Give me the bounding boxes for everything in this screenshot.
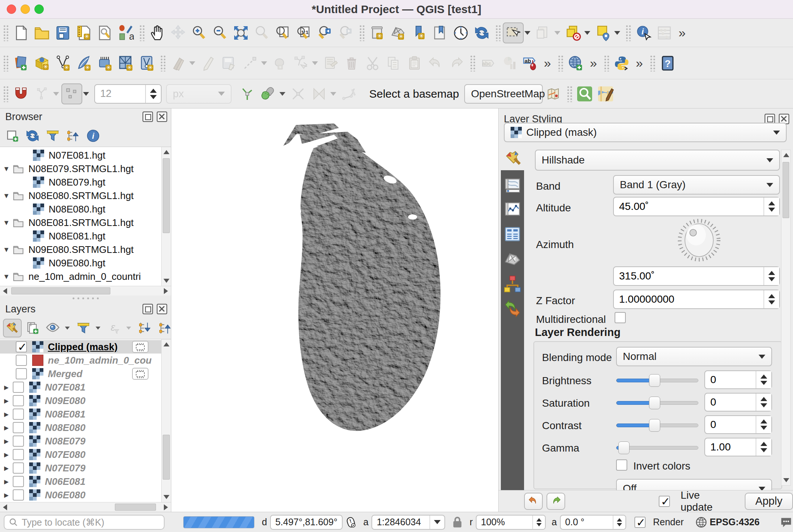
save-layer-edits-button[interactable]	[218, 53, 239, 74]
toolbar-drag-handle[interactable]	[558, 55, 564, 71]
temporal-controller-button[interactable]	[450, 22, 471, 43]
redo-button[interactable]	[446, 53, 467, 74]
expander-icon[interactable]: ▸	[0, 490, 13, 500]
modify-attributes-button[interactable]	[320, 53, 341, 74]
new-shapefile-layer-button[interactable]: ✳	[52, 53, 73, 74]
blending-mode-combo[interactable]: Normal	[616, 347, 772, 366]
azimuth-value[interactable]: 315.00˚	[614, 270, 763, 282]
crs-status[interactable]: EPSG:4326	[710, 517, 759, 528]
layers-horizontal-scrollbar[interactable]	[0, 502, 171, 512]
layer-row[interactable]: ▸N09E080	[0, 394, 161, 407]
layer-row[interactable]: ▸N08E080	[0, 421, 161, 434]
map-canvas[interactable]	[171, 108, 498, 512]
expander-icon[interactable]: ▾	[0, 272, 13, 281]
filter-legend-button[interactable]	[74, 319, 93, 337]
layer-visibility-checkbox[interactable]	[13, 462, 24, 474]
coordinate-field[interactable]: 5.497°,81.609°	[270, 515, 343, 530]
move-feature-button[interactable]: ✳	[269, 53, 290, 74]
expander-icon[interactable]: ▸	[0, 436, 13, 446]
layer-row[interactable]: ne_10m_admin_0_cou	[0, 354, 161, 367]
contrast-arrows[interactable]	[756, 416, 771, 433]
layer-visibility-checkbox[interactable]	[16, 368, 27, 379]
layer-row[interactable]: ▸N06E080	[0, 488, 161, 502]
browser-horizontal-scrollbar[interactable]	[0, 286, 171, 296]
layer-visibility-checkbox[interactable]	[13, 476, 24, 487]
new-map-view-button[interactable]: ✳	[367, 22, 388, 43]
zoom-in-button[interactable]	[189, 22, 209, 43]
browser-item[interactable]: ▾N08E080.SRTMGL1.hgt	[0, 189, 161, 202]
expand-all-button[interactable]	[135, 319, 154, 337]
snapping-tolerance-spinbox[interactable]: 12	[94, 84, 162, 104]
paste-features-button[interactable]	[404, 53, 425, 74]
new-mesh-layer-button[interactable]: ✳	[94, 53, 115, 74]
saturation-arrows[interactable]	[756, 394, 771, 411]
python-console-button[interactable]	[611, 53, 632, 74]
snapping-options-dropdown[interactable]	[53, 92, 59, 96]
avoid-overlap-dropdown[interactable]	[279, 92, 285, 96]
toolbar-drag-handle[interactable]	[567, 86, 573, 102]
layer-visibility-checkbox[interactable]	[13, 382, 24, 393]
saturation-spinbox[interactable]: 0	[704, 393, 772, 412]
altitude-spinbox[interactable]: 45.00˚	[613, 197, 780, 216]
current-edits-button[interactable]	[168, 53, 189, 74]
snapping-units-combo[interactable]: px	[166, 84, 232, 104]
toolbar-drag-handle[interactable]	[3, 55, 9, 71]
layer-visibility-checkbox[interactable]	[13, 435, 24, 447]
select-features-button[interactable]	[503, 22, 524, 43]
zfactor-arrows[interactable]	[763, 290, 779, 308]
new-grid-layer-button[interactable]: ✳	[115, 53, 136, 74]
filter-legend-dropdown[interactable]	[96, 327, 101, 330]
manage-visibility-button[interactable]	[43, 319, 62, 337]
mouse-position-toggle-icon[interactable]: !	[345, 516, 358, 529]
rotation-spinbox[interactable]: 0.0 °	[560, 515, 626, 530]
layers-float-button[interactable]	[143, 304, 153, 314]
altitude-arrows[interactable]	[763, 198, 779, 215]
toggle-editing-button[interactable]	[198, 53, 218, 74]
contrast-slider[interactable]	[616, 424, 698, 427]
basemap-combo[interactable]: OpenStreetMap	[464, 84, 543, 104]
toolbar-drag-handle[interactable]	[495, 25, 501, 41]
symbology-tab-icon[interactable]	[504, 149, 523, 168]
self-snapping-button[interactable]	[309, 83, 330, 104]
zoom-next-button[interactable]	[335, 22, 356, 43]
style-history-tab-icon[interactable]	[503, 274, 522, 294]
styling-redo-button[interactable]	[546, 493, 565, 510]
expander-icon[interactable]: ▸	[0, 463, 13, 473]
browser-close-button[interactable]	[157, 111, 167, 122]
select-by-location-dropdown[interactable]	[614, 31, 620, 35]
undo-redo-tab-icon[interactable]	[503, 299, 522, 318]
toolbar-drag-handle[interactable]	[3, 25, 9, 41]
saturation-value[interactable]: 0	[705, 396, 756, 408]
undo-button[interactable]	[425, 53, 446, 74]
altitude-value[interactable]: 45.00˚	[614, 201, 763, 213]
snapping-tolerance-value[interactable]: 12	[95, 85, 145, 103]
current-edits-dropdown[interactable]	[189, 61, 195, 65]
azimuth-spinbox[interactable]: 315.00˚	[613, 266, 780, 286]
azimuth-dial[interactable]	[673, 216, 725, 265]
browser-item[interactable]: ▾N08E081.SRTMGL1.hgt	[0, 216, 161, 229]
osm-edit-button[interactable]	[595, 83, 616, 104]
browser-vertical-scrollbar[interactable]	[161, 147, 171, 286]
apply-button[interactable]: Apply	[745, 493, 793, 510]
identify-features-button[interactable]: i	[633, 22, 654, 43]
data-source-manager-button[interactable]	[10, 53, 31, 74]
styling-layer-combo[interactable]: Clipped (mask)	[504, 123, 787, 142]
delete-selected-button[interactable]	[341, 53, 362, 74]
browser-item[interactable]: N07E081.hgt	[0, 149, 161, 162]
panel-splitter[interactable]	[0, 296, 171, 301]
transparency-tab-icon[interactable]	[503, 175, 522, 195]
expander-icon[interactable]: ▾	[0, 218, 13, 227]
layer-row[interactable]: Merged	[0, 367, 161, 380]
enable-snapping-button[interactable]	[10, 83, 31, 104]
layer-row[interactable]: ▸N07E079	[0, 461, 161, 475]
tracing-button[interactable]	[339, 83, 359, 104]
osm-place-search-button[interactable]	[574, 83, 595, 104]
select-by-value-dropdown[interactable]	[554, 31, 560, 35]
new-geopackage-layer-button[interactable]: ✳	[31, 53, 52, 74]
layer-visibility-checkbox[interactable]	[13, 489, 24, 501]
layer-visibility-checkbox[interactable]	[16, 355, 27, 366]
digitize-dropdown[interactable]	[261, 61, 267, 65]
deselect-features-button[interactable]	[563, 22, 584, 43]
saturation-slider[interactable]	[616, 401, 698, 405]
new-project-button[interactable]	[10, 22, 31, 43]
